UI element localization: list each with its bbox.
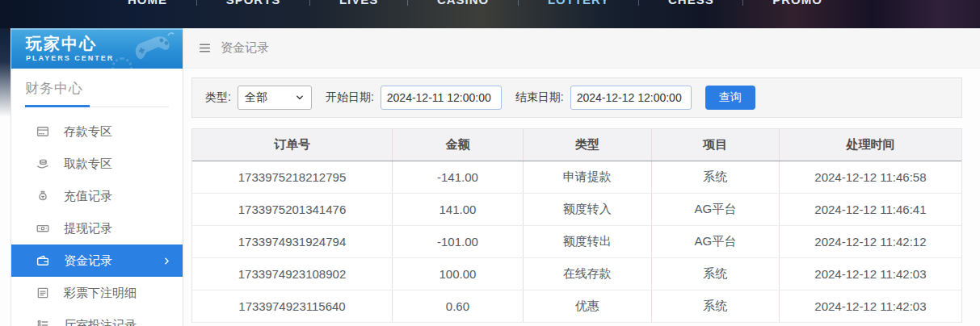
nav-divider bbox=[407, 0, 408, 6]
column-header: 类型 bbox=[523, 129, 651, 161]
section-title: 财务中心 bbox=[25, 79, 169, 98]
table-cell: 优惠 bbox=[523, 290, 651, 322]
table-cell: 2024-12-12 11:42:03 bbox=[779, 257, 961, 290]
table-cell: -101.00 bbox=[393, 225, 524, 257]
main-nav: HOMESPORTSLIVESCASINOLOTTERYCHESSPROMO bbox=[128, 0, 822, 6]
table-row: 17339749231156400.60优惠系统2024-12-12 11:42… bbox=[192, 290, 961, 322]
table-cell: 2024-12-12 11:46:41 bbox=[779, 193, 961, 225]
table-header-row: 订单号金额类型项目处理时间 bbox=[192, 129, 961, 161]
sidebar-item-label: 存款专区 bbox=[64, 124, 112, 140]
table-cell: 0.60 bbox=[393, 290, 524, 322]
funds-table: 订单号金额类型项目处理时间 1733975218212795-141.00申请提… bbox=[191, 128, 962, 323]
funds-record-icon bbox=[36, 253, 50, 268]
table-row: 1733975218212795-141.00申请提款系统2024-12-12 … bbox=[192, 161, 961, 193]
table-cell: 2024-12-12 11:46:58 bbox=[779, 161, 961, 193]
filter-panel: 类型: 全部 开始日期: 结束日期: 查询 bbox=[191, 77, 962, 118]
table-cell: 申请提款 bbox=[523, 161, 651, 193]
table-cell: 系统 bbox=[651, 290, 779, 322]
withdraw-hand-icon bbox=[36, 157, 50, 171]
search-button[interactable]: 查询 bbox=[705, 86, 755, 110]
table-cell: AG平台 bbox=[651, 225, 779, 257]
table-row: 1733974923108902100.00在线存款系统2024-12-12 1… bbox=[192, 257, 961, 290]
start-date-label: 开始日期: bbox=[326, 90, 374, 105]
type-select-value: 全部 bbox=[245, 90, 267, 105]
breadcrumb: 资金记录 bbox=[183, 28, 980, 69]
table-cell: 额度转出 bbox=[523, 225, 651, 257]
chevron-down-icon bbox=[295, 93, 305, 102]
end-date-label: 结束日期: bbox=[515, 90, 564, 105]
sidebar-item-label: 厅室投注记录 bbox=[64, 318, 137, 326]
table-cell: 1733974923115640 bbox=[192, 290, 393, 322]
hall-bet-icon bbox=[36, 318, 50, 326]
sidebar-item-cash-note[interactable]: 提现记录 bbox=[11, 212, 183, 245]
sidebar-item-label: 彩票下注明细 bbox=[64, 286, 137, 301]
main-content: 资金记录 类型: 全部 开始日期: 结束日期: 查询 订单号金额类型项目处理时间 bbox=[183, 28, 980, 326]
table-cell: 2024-12-12 11:42:12 bbox=[779, 225, 961, 257]
nav-divider bbox=[638, 0, 639, 6]
sidebar-item-deposit-card[interactable]: 存款专区 bbox=[11, 115, 183, 148]
recharge-bag-icon bbox=[36, 189, 50, 203]
nav-item-sports[interactable]: SPORTS bbox=[226, 0, 281, 6]
nav-item-casino[interactable]: CASINO bbox=[437, 0, 489, 6]
column-header: 处理时间 bbox=[779, 129, 961, 161]
nav-item-lives[interactable]: LIVES bbox=[339, 0, 378, 6]
nav-divider bbox=[742, 0, 743, 6]
cash-note-icon bbox=[36, 221, 50, 236]
table-cell: 1733974923108902 bbox=[192, 257, 393, 290]
table-cell: AG平台 bbox=[651, 193, 779, 225]
table-row: 1733974931924794-101.00额度转出AG平台2024-12-1… bbox=[192, 225, 961, 257]
deposit-card-icon bbox=[36, 124, 50, 139]
table-cell: 系统 bbox=[651, 161, 779, 193]
sidebar-item-funds-record[interactable]: 资金记录 bbox=[11, 245, 183, 277]
chevron-right-icon bbox=[162, 256, 172, 266]
table-cell: 额度转入 bbox=[523, 193, 651, 225]
end-date-input[interactable] bbox=[570, 86, 692, 110]
players-center-page: HOMESPORTSLIVESCASINOLOTTERYCHESSPROMO 玩… bbox=[0, 0, 980, 326]
column-header: 订单号 bbox=[192, 129, 393, 161]
sidebar: 玩家中心 PLAYERS CENTER 财务中心 存款专区取款专区充值记录提现记… bbox=[11, 28, 183, 326]
sidebar-item-lottery-detail[interactable]: 彩票下注明细 bbox=[11, 277, 183, 309]
sidebar-header: 玩家中心 PLAYERS CENTER bbox=[11, 28, 183, 69]
gamepad-icon bbox=[131, 31, 176, 67]
nav-item-chess[interactable]: CHESS bbox=[668, 0, 714, 6]
sidebar-item-label: 资金记录 bbox=[64, 253, 112, 269]
sidebar-menu: 存款专区取款专区充值记录提现记录资金记录彩票下注明细厅室投注记录 bbox=[11, 115, 183, 326]
type-label: 类型: bbox=[205, 90, 231, 105]
table-cell: -141.00 bbox=[393, 161, 524, 193]
nav-divider bbox=[518, 0, 519, 6]
nav-divider bbox=[309, 0, 310, 6]
type-select[interactable]: 全部 bbox=[238, 86, 312, 110]
nav-item-lottery[interactable]: LOTTERY bbox=[548, 0, 609, 6]
start-date-input[interactable] bbox=[381, 86, 502, 110]
table-cell: 1733975201341476 bbox=[192, 193, 393, 225]
nav-divider bbox=[196, 0, 197, 6]
table-cell: 系统 bbox=[651, 257, 779, 290]
table-cell: 在线存款 bbox=[523, 257, 651, 290]
section-underline bbox=[25, 105, 169, 107]
top-nav-banner: HOMESPORTSLIVESCASINOLOTTERYCHESSPROMO bbox=[0, 0, 980, 28]
banner-fade-strip bbox=[0, 28, 11, 117]
column-header: 项目 bbox=[651, 129, 779, 161]
nav-item-home[interactable]: HOME bbox=[128, 0, 167, 6]
nav-item-promo[interactable]: PROMO bbox=[772, 0, 822, 6]
sidebar-item-label: 提现记录 bbox=[64, 221, 112, 236]
sidebar-item-label: 充值记录 bbox=[64, 189, 112, 204]
column-header: 金额 bbox=[393, 129, 524, 161]
table-cell: 100.00 bbox=[393, 257, 524, 290]
table-cell: 1733975218212795 bbox=[192, 161, 393, 193]
sidebar-item-recharge-bag[interactable]: 充值记录 bbox=[11, 180, 183, 212]
sidebar-item-hall-bet[interactable]: 厅室投注记录 bbox=[11, 309, 183, 326]
table-row: 1733975201341476141.00额度转入AG平台2024-12-12… bbox=[192, 193, 961, 225]
sidebar-item-label: 取款专区 bbox=[64, 157, 112, 172]
table-cell: 141.00 bbox=[393, 193, 524, 225]
table-cell: 2024-12-12 11:42:03 bbox=[779, 290, 961, 322]
sidebar-section: 财务中心 bbox=[11, 69, 183, 107]
sidebar-item-withdraw-hand[interactable]: 取款专区 bbox=[11, 148, 183, 180]
table-cell: 1733974931924794 bbox=[192, 225, 393, 257]
page-title: 资金记录 bbox=[221, 40, 269, 56]
hamburger-menu-icon[interactable] bbox=[198, 41, 212, 55]
lottery-detail-icon bbox=[36, 286, 50, 300]
